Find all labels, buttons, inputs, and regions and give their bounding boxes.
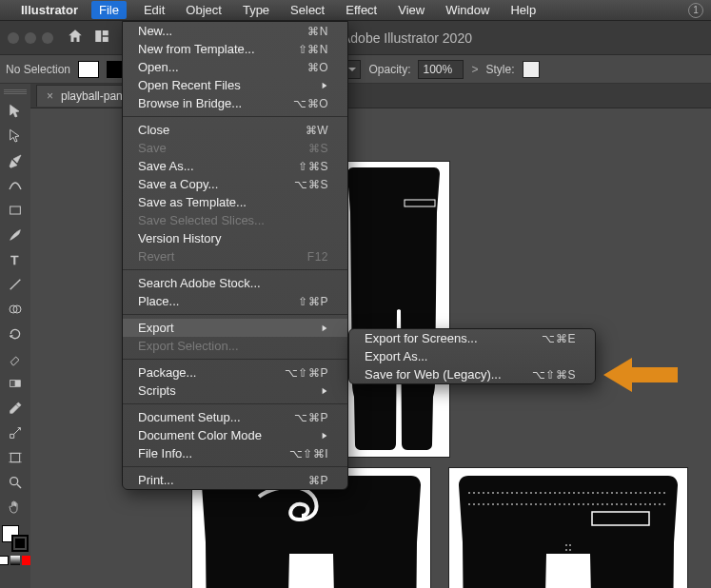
svg-text:T: T [10,253,18,267]
paintbrush-tool-icon[interactable] [2,223,29,247]
menu-view[interactable]: View [394,1,428,19]
menu-select[interactable]: Select [286,1,328,19]
opacity-input[interactable]: 100% [418,60,464,79]
svg-line-5 [10,280,21,290]
file-menu-item-18[interactable]: Export [123,319,347,337]
file-menu-item-21[interactable]: Package...⌥⇧⌘P [123,363,347,382]
home-icon[interactable] [67,28,84,48]
menu-item-label: Save a Copy... [138,177,266,191]
menu-item-label: Revert [138,249,279,264]
file-menu-item-2[interactable]: Open...⌘O [123,58,347,76]
rotate-tool-icon[interactable] [2,322,29,346]
menu-item-shortcut: F12 [307,250,328,264]
document-tab[interactable]: × playball-pan [36,85,133,107]
svg-rect-0 [95,30,101,42]
file-menu-item-7: Save⌘S [123,139,347,157]
file-menu-item-3[interactable]: Open Recent Files [123,76,347,94]
menu-separator [123,269,347,270]
style-swatch[interactable] [523,61,540,78]
menu-item-label: Export for Screens... [365,331,513,345]
app-name[interactable]: Illustrator [21,3,78,17]
scale-tool-icon[interactable] [2,421,29,445]
rectangle-tool-icon[interactable] [2,198,29,223]
file-menu-dropdown: New...⌘NNew from Template...⇧⌘NOpen...⌘O… [122,21,348,490]
svg-rect-1 [103,30,109,35]
file-menu-item-12[interactable]: Version History [123,229,347,247]
direct-selection-tool-icon[interactable] [2,124,29,148]
window-controls[interactable] [8,32,53,44]
menu-item-label: Save [138,141,280,155]
eraser-tool-icon[interactable] [2,346,29,371]
close-tab-icon[interactable]: × [47,89,53,103]
menu-window[interactable]: Window [442,1,493,19]
file-menu-item-4[interactable]: Browse in Bridge...⌥⌘O [123,94,347,112]
curvature-tool-icon[interactable] [2,173,29,198]
file-menu-item-6[interactable]: Close⌘W [123,121,347,139]
menu-item-shortcut: ⌘O [307,61,328,74]
file-menu-item-25[interactable]: Document Color Mode [123,426,347,444]
menu-item-label: Document Color Mode [138,428,292,442]
export-submenu: Export for Screens...⌥⌘EExport As...Save… [348,328,596,384]
artboard-1 [345,162,449,457]
fill-stroke-control[interactable] [2,525,29,552]
menu-separator [123,359,347,360]
file-menu-item-8[interactable]: Save As...⇧⌘S [123,157,347,175]
line-tool-icon[interactable] [2,272,29,297]
submenu-arrow-icon [321,78,328,92]
menu-object[interactable]: Object [182,1,226,19]
menu-item-label: New from Template... [138,42,269,56]
arrange-documents-icon[interactable] [93,28,110,48]
file-menu-item-11: Save Selected Slices... [123,211,347,229]
file-menu-item-22[interactable]: Scripts [123,382,347,400]
shape-builder-tool-icon[interactable] [2,297,29,322]
menu-item-label: Export As... [365,349,576,363]
menu-item-label: Scripts [138,383,292,398]
svg-rect-3 [10,206,21,214]
file-menu-item-28[interactable]: Print...⌘P [123,471,347,489]
color-mode-switches[interactable] [0,556,31,565]
zoom-tool-icon[interactable] [2,470,29,495]
export-submenu-item-0[interactable]: Export for Screens...⌥⌘E [349,329,595,347]
gradient-tool-icon[interactable] [2,371,29,396]
menu-type[interactable]: Type [239,1,273,19]
notification-badge[interactable]: 1 [688,3,703,18]
menu-item-label: Open... [138,60,279,74]
menu-item-shortcut: ⌘N [307,25,328,38]
file-menu-item-15[interactable]: Search Adobe Stock... [123,274,347,292]
file-menu-item-0[interactable]: New...⌘N [123,22,347,40]
menu-effect[interactable]: Effect [342,1,381,19]
menu-edit[interactable]: Edit [140,1,168,19]
selection-tool-icon[interactable] [2,99,29,124]
type-tool-icon[interactable]: T [2,247,29,272]
menu-item-shortcut: ⌘S [308,142,328,155]
annotation-arrow-icon [603,358,678,395]
menu-help[interactable]: Help [506,1,540,19]
export-submenu-item-1[interactable]: Export As... [349,347,595,365]
menu-item-shortcut: ⌥⇧⌘I [289,447,328,461]
file-menu-item-9[interactable]: Save a Copy...⌥⌘S [123,175,347,193]
menu-item-label: Export Selection... [138,339,328,353]
file-menu-item-16[interactable]: Place...⇧⌘P [123,292,347,310]
menu-item-label: Close [138,123,277,137]
menu-item-shortcut: ⇧⌘N [298,43,328,56]
menu-item-shortcut: ⌥⇧⌘S [532,368,576,382]
panel-grip[interactable] [4,89,27,95]
menu-item-label: File Info... [138,446,261,461]
menu-item-shortcut: ⌥⇧⌘P [285,366,328,380]
menu-item-shortcut: ⌥⌘S [294,178,328,191]
hand-tool-icon[interactable] [2,495,29,519]
file-menu-item-10[interactable]: Save as Template... [123,193,347,211]
fill-swatch[interactable] [78,61,99,78]
file-menu-item-24[interactable]: Document Setup...⌥⌘P [123,408,347,426]
eyedropper-tool-icon[interactable] [2,396,29,421]
export-submenu-item-2[interactable]: Save for Web (Legacy)...⌥⇧⌘S [349,365,595,383]
menu-file[interactable]: File [91,1,127,19]
file-menu-item-1[interactable]: New from Template...⇧⌘N [123,40,347,58]
artboard-tool-icon[interactable] [2,445,29,470]
menu-item-shortcut: ⌥⌘E [542,332,576,345]
menu-item-label: Save Selected Slices... [138,213,328,227]
pen-tool-icon[interactable] [2,148,29,173]
file-menu-item-26[interactable]: File Info...⌥⇧⌘I [123,444,347,462]
app-titlebar: Adobe Illustrator 2020 [0,21,711,55]
tools-panel: T [0,84,30,588]
